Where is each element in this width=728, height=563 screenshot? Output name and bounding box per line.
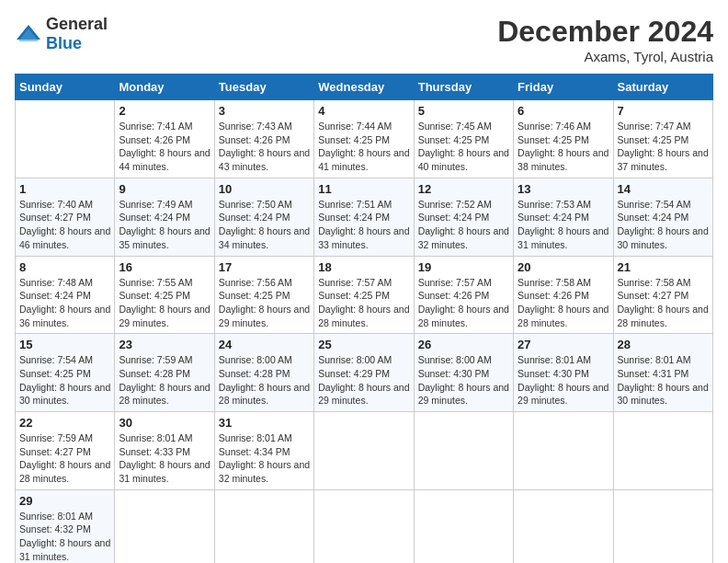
calendar-week-row: 15Sunrise: 7:54 AM Sunset: 4:25 PM Dayli… <box>16 334 713 412</box>
calendar-header-row: SundayMondayTuesdayWednesdayThursdayFrid… <box>16 75 713 100</box>
day-info: Sunrise: 7:54 AM Sunset: 4:24 PM Dayligh… <box>618 198 709 252</box>
calendar-cell <box>514 412 613 490</box>
day-info: Sunrise: 7:55 AM Sunset: 4:25 PM Dayligh… <box>119 276 210 330</box>
calendar-cell: 10Sunrise: 7:50 AM Sunset: 4:24 PM Dayli… <box>214 178 313 256</box>
day-number: 6 <box>518 104 609 118</box>
calendar-cell: 9Sunrise: 7:49 AM Sunset: 4:24 PM Daylig… <box>115 178 214 256</box>
calendar-cell <box>115 489 214 563</box>
day-number: 31 <box>219 416 310 430</box>
day-info: Sunrise: 8:00 AM Sunset: 4:29 PM Dayligh… <box>318 353 409 408</box>
logo-blue: Blue <box>46 34 82 52</box>
calendar-cell: 8Sunrise: 7:48 AM Sunset: 4:24 PM Daylig… <box>16 256 115 334</box>
calendar-cell: 29Sunrise: 8:01 AM Sunset: 4:32 PM Dayli… <box>16 489 115 563</box>
calendar-cell: 1Sunrise: 7:40 AM Sunset: 4:27 PM Daylig… <box>16 178 115 256</box>
day-number: 27 <box>518 338 609 351</box>
calendar-cell: 30Sunrise: 8:01 AM Sunset: 4:33 PM Dayli… <box>115 412 214 490</box>
calendar-cell: 16Sunrise: 7:55 AM Sunset: 4:25 PM Dayli… <box>115 256 214 334</box>
day-number: 3 <box>219 104 310 118</box>
day-number: 25 <box>318 338 409 351</box>
day-number: 14 <box>618 182 709 196</box>
calendar-cell: 26Sunrise: 8:00 AM Sunset: 4:30 PM Dayli… <box>414 334 513 412</box>
logo-text: General Blue <box>46 15 108 53</box>
day-number: 30 <box>119 416 210 430</box>
calendar-cell: 27Sunrise: 8:01 AM Sunset: 4:30 PM Dayli… <box>514 334 613 412</box>
calendar-cell: 23Sunrise: 7:59 AM Sunset: 4:28 PM Dayli… <box>115 334 214 412</box>
calendar-cell <box>414 412 513 490</box>
calendar-cell: 25Sunrise: 8:00 AM Sunset: 4:29 PM Dayli… <box>314 334 414 412</box>
day-number: 7 <box>618 104 709 118</box>
month-year: December 2024 <box>497 15 713 49</box>
calendar-cell <box>613 412 712 490</box>
calendar-cell <box>214 489 313 563</box>
day-info: Sunrise: 7:48 AM Sunset: 4:24 PM Dayligh… <box>19 276 110 330</box>
day-info: Sunrise: 8:01 AM Sunset: 4:32 PM Dayligh… <box>19 510 110 563</box>
day-number: 13 <box>518 182 609 196</box>
day-info: Sunrise: 8:01 AM Sunset: 4:33 PM Dayligh… <box>119 431 210 486</box>
calendar-week-row: 22Sunrise: 7:59 AM Sunset: 4:27 PM Dayli… <box>16 412 713 490</box>
day-info: Sunrise: 8:01 AM Sunset: 4:30 PM Dayligh… <box>518 353 609 408</box>
day-info: Sunrise: 7:54 AM Sunset: 4:25 PM Dayligh… <box>19 353 110 408</box>
calendar-cell <box>514 489 613 563</box>
day-number: 23 <box>119 338 210 351</box>
calendar-cell <box>314 489 414 563</box>
calendar-cell: 28Sunrise: 8:01 AM Sunset: 4:31 PM Dayli… <box>613 334 712 412</box>
day-info: Sunrise: 7:44 AM Sunset: 4:25 PM Dayligh… <box>318 120 409 174</box>
calendar-cell: 2Sunrise: 7:41 AM Sunset: 4:26 PM Daylig… <box>115 100 214 178</box>
day-info: Sunrise: 7:45 AM Sunset: 4:25 PM Dayligh… <box>418 120 509 174</box>
day-info: Sunrise: 7:51 AM Sunset: 4:24 PM Dayligh… <box>318 198 409 252</box>
calendar-cell: 11Sunrise: 7:51 AM Sunset: 4:24 PM Dayli… <box>314 178 414 256</box>
day-info: Sunrise: 8:01 AM Sunset: 4:34 PM Dayligh… <box>219 431 310 486</box>
day-number: 24 <box>219 338 310 351</box>
location: Axams, Tyrol, Austria <box>497 49 713 64</box>
day-number: 5 <box>418 104 509 118</box>
day-info: Sunrise: 7:46 AM Sunset: 4:25 PM Dayligh… <box>518 120 609 174</box>
calendar-cell: 13Sunrise: 7:53 AM Sunset: 4:24 PM Dayli… <box>514 178 613 256</box>
day-number: 2 <box>119 104 210 118</box>
calendar-cell <box>414 489 513 563</box>
day-info: Sunrise: 7:47 AM Sunset: 4:25 PM Dayligh… <box>618 120 709 174</box>
day-number: 12 <box>418 182 509 196</box>
day-number: 1 <box>19 182 110 196</box>
day-number: 20 <box>518 260 609 274</box>
day-info: Sunrise: 8:01 AM Sunset: 4:31 PM Dayligh… <box>618 353 709 408</box>
day-info: Sunrise: 7:56 AM Sunset: 4:25 PM Dayligh… <box>219 276 310 330</box>
day-number: 15 <box>19 338 110 351</box>
calendar-cell: 24Sunrise: 8:00 AM Sunset: 4:28 PM Dayli… <box>214 334 313 412</box>
day-number: 16 <box>119 260 210 274</box>
day-info: Sunrise: 7:49 AM Sunset: 4:24 PM Dayligh… <box>119 198 210 252</box>
day-number: 4 <box>318 104 409 118</box>
calendar-cell: 20Sunrise: 7:58 AM Sunset: 4:26 PM Dayli… <box>514 256 613 334</box>
calendar-cell: 19Sunrise: 7:57 AM Sunset: 4:26 PM Dayli… <box>414 256 513 334</box>
day-info: Sunrise: 7:58 AM Sunset: 4:26 PM Dayligh… <box>518 276 609 330</box>
day-of-week-header: Friday <box>514 75 613 100</box>
calendar-cell: 5Sunrise: 7:45 AM Sunset: 4:25 PM Daylig… <box>414 100 513 178</box>
day-info: Sunrise: 7:43 AM Sunset: 4:26 PM Dayligh… <box>219 120 310 174</box>
calendar-cell: 14Sunrise: 7:54 AM Sunset: 4:24 PM Dayli… <box>613 178 712 256</box>
calendar-cell: 6Sunrise: 7:46 AM Sunset: 4:25 PM Daylig… <box>514 100 613 178</box>
day-info: Sunrise: 7:59 AM Sunset: 4:28 PM Dayligh… <box>119 353 210 408</box>
day-of-week-header: Thursday <box>414 75 513 100</box>
calendar-cell: 7Sunrise: 7:47 AM Sunset: 4:25 PM Daylig… <box>613 100 712 178</box>
day-info: Sunrise: 7:57 AM Sunset: 4:26 PM Dayligh… <box>418 276 509 330</box>
calendar-cell <box>314 412 414 490</box>
calendar-cell: 12Sunrise: 7:52 AM Sunset: 4:24 PM Dayli… <box>414 178 513 256</box>
day-info: Sunrise: 7:40 AM Sunset: 4:27 PM Dayligh… <box>19 198 110 252</box>
day-of-week-header: Monday <box>115 75 214 100</box>
day-number: 8 <box>19 260 110 274</box>
day-info: Sunrise: 8:00 AM Sunset: 4:30 PM Dayligh… <box>418 353 509 408</box>
day-info: Sunrise: 7:59 AM Sunset: 4:27 PM Dayligh… <box>19 431 110 486</box>
day-info: Sunrise: 7:50 AM Sunset: 4:24 PM Dayligh… <box>219 198 310 252</box>
day-number: 29 <box>19 494 110 508</box>
day-info: Sunrise: 7:57 AM Sunset: 4:25 PM Dayligh… <box>318 276 409 330</box>
calendar-week-row: 2Sunrise: 7:41 AM Sunset: 4:26 PM Daylig… <box>16 100 713 178</box>
title-block: December 2024 Axams, Tyrol, Austria <box>497 15 713 64</box>
calendar-week-row: 8Sunrise: 7:48 AM Sunset: 4:24 PM Daylig… <box>16 256 713 334</box>
calendar-week-row: 1Sunrise: 7:40 AM Sunset: 4:27 PM Daylig… <box>16 178 713 256</box>
calendar-cell: 15Sunrise: 7:54 AM Sunset: 4:25 PM Dayli… <box>16 334 115 412</box>
day-info: Sunrise: 7:53 AM Sunset: 4:24 PM Dayligh… <box>518 198 609 252</box>
day-number: 10 <box>219 182 310 196</box>
calendar-cell: 4Sunrise: 7:44 AM Sunset: 4:25 PM Daylig… <box>314 100 414 178</box>
day-of-week-header: Wednesday <box>314 75 414 100</box>
day-info: Sunrise: 7:52 AM Sunset: 4:24 PM Dayligh… <box>418 198 509 252</box>
calendar-cell <box>613 489 712 563</box>
